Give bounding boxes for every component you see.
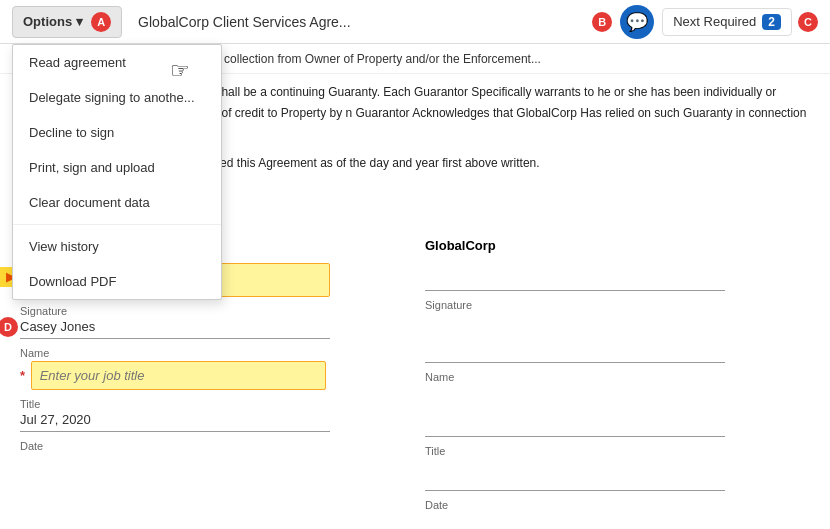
- title-input[interactable]: [31, 361, 326, 390]
- decline-to-sign-label: Decline to sign: [29, 125, 114, 140]
- dropdown-item-clear-document-data[interactable]: Clear document data: [13, 185, 221, 220]
- date-value: Jul 27, 2020: [20, 412, 330, 432]
- dropdown-item-delegate-signing[interactable]: Delegate signing to anothe...: [13, 80, 221, 115]
- clear-document-data-label: Clear document data: [29, 195, 150, 210]
- circle-b-badge: B: [592, 12, 612, 32]
- view-history-label: View history: [29, 239, 99, 254]
- document-title: GlobalCorp Client Services Agre...: [138, 14, 592, 30]
- dropdown-item-print-sign-upload[interactable]: Print, sign and upload: [13, 150, 221, 185]
- dropdown-divider: [13, 224, 221, 225]
- globalcorp-title-line: [425, 409, 725, 437]
- name-value: Casey Jones: [20, 319, 330, 339]
- next-required-label: Next Required: [673, 14, 756, 29]
- title-field-container: *: [20, 361, 405, 390]
- globalcorp-signature-line: [425, 263, 725, 291]
- read-agreement-label: Read agreement: [29, 55, 126, 70]
- globalcorp-title-label: Title: [425, 445, 810, 457]
- globalcorp-date-line: [425, 463, 725, 491]
- header: Options ▾ A GlobalCorp Client Services A…: [0, 0, 830, 44]
- globalcorp-name-label: Name: [425, 371, 810, 383]
- options-label: Options: [23, 14, 72, 29]
- globalcorp-column: GlobalCorp Signature Name Title Date: [425, 238, 810, 513]
- globalcorp-date-label: Date: [425, 499, 810, 511]
- circle-c-badge: C: [798, 12, 818, 32]
- name-label: Name: [20, 347, 405, 359]
- signature-label: Signature: [20, 305, 405, 317]
- delegate-signing-label: Delegate signing to anothe...: [29, 90, 195, 105]
- globalcorp-col-title: GlobalCorp: [425, 238, 810, 253]
- title-required-star: *: [20, 368, 25, 383]
- circle-a-badge: A: [91, 12, 111, 32]
- globalcorp-signature-label: Signature: [425, 299, 810, 311]
- circle-d-badge: D: [0, 317, 18, 337]
- date-label: Date: [20, 440, 405, 452]
- next-required-badge: 2: [762, 14, 781, 30]
- chat-button[interactable]: 💬: [620, 5, 654, 39]
- title-label: Title: [20, 398, 405, 410]
- dropdown-item-decline-to-sign[interactable]: Decline to sign: [13, 115, 221, 150]
- dropdown-item-read-agreement[interactable]: Read agreement: [13, 45, 221, 80]
- options-button[interactable]: Options ▾ A: [12, 6, 122, 38]
- chevron-down-icon: ▾: [76, 14, 83, 29]
- dropdown-item-download-pdf[interactable]: Download PDF: [13, 264, 221, 299]
- dropdown-item-view-history[interactable]: View history: [13, 229, 221, 264]
- chat-icon: 💬: [626, 11, 648, 33]
- next-required-button[interactable]: Next Required 2: [662, 8, 792, 36]
- options-dropdown: Read agreement Delegate signing to anoth…: [12, 44, 222, 300]
- globalcorp-name-line: [425, 335, 725, 363]
- download-pdf-label: Download PDF: [29, 274, 116, 289]
- print-sign-upload-label: Print, sign and upload: [29, 160, 155, 175]
